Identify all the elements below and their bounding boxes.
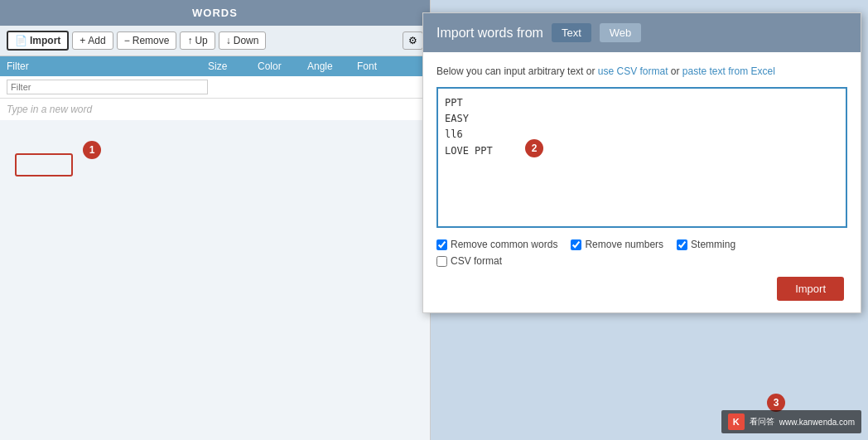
paste-excel-link[interactable]: paste text from Excel bbox=[682, 65, 775, 77]
add-button[interactable]: + Add bbox=[72, 31, 113, 50]
words-table-header: WORDS bbox=[0, 0, 430, 26]
step-badge-1: 1 bbox=[83, 141, 101, 159]
settings-button[interactable]: ⚙ bbox=[403, 31, 423, 50]
gear-icon: ⚙ bbox=[408, 35, 417, 46]
step-badge-3: 3 bbox=[767, 394, 785, 412]
watermark: K 看问答 www.kanwenda.com bbox=[721, 410, 861, 433]
remove-numbers-checkbox[interactable] bbox=[571, 239, 581, 250]
down-icon: ↓ bbox=[226, 35, 231, 46]
up-button[interactable]: ↑ Up bbox=[180, 31, 215, 50]
modal-header: Import words from Text Web bbox=[423, 13, 861, 52]
watermark-url: www.kanwenda.com bbox=[779, 418, 855, 427]
modal-body: Below you can input arbitrary text or us… bbox=[423, 52, 861, 312]
modal-import-button[interactable]: Import bbox=[777, 277, 844, 301]
textarea-container bbox=[436, 87, 847, 230]
filter-input[interactable] bbox=[7, 80, 208, 94]
checkboxes-row-1: Remove common words Remove numbers Stemm… bbox=[436, 239, 847, 250]
modal-title: Import words from bbox=[436, 26, 543, 41]
toolbar: 📄 Import + Add − Remove ↑ Up ↓ Down ⚙ bbox=[0, 26, 430, 56]
checkbox-stemming[interactable]: Stemming bbox=[677, 239, 735, 250]
filter-row bbox=[0, 76, 430, 99]
left-panel: WORDS 📄 Import + Add − Remove ↑ Up ↓ Dow… bbox=[0, 0, 431, 440]
table-column-headers: Filter Size Color Angle Font bbox=[0, 56, 430, 76]
remove-common-checkbox[interactable] bbox=[436, 239, 447, 250]
import-button[interactable]: 📄 Import bbox=[7, 31, 69, 51]
checkbox-csv-format[interactable]: CSV format bbox=[436, 255, 502, 267]
up-icon: ↑ bbox=[187, 35, 192, 46]
words-textarea[interactable] bbox=[436, 87, 847, 228]
tab-text-button[interactable]: Text bbox=[552, 23, 591, 42]
stemming-checkbox[interactable] bbox=[677, 239, 687, 250]
import-modal: Import words from Text Web Below you can… bbox=[422, 12, 861, 313]
checkbox-remove-common[interactable]: Remove common words bbox=[436, 239, 557, 250]
bottom-row: Import bbox=[436, 277, 847, 301]
checkbox-remove-numbers[interactable]: Remove numbers bbox=[571, 239, 663, 250]
import-icon: 📄 bbox=[15, 35, 27, 46]
csv-format-checkbox[interactable] bbox=[436, 256, 447, 267]
csv-format-link[interactable]: use CSV format bbox=[598, 65, 671, 77]
plus-icon: + bbox=[80, 35, 85, 46]
watermark-logo: K bbox=[728, 413, 745, 430]
checkboxes-row-2: CSV format bbox=[436, 255, 847, 267]
tab-web-button[interactable]: Web bbox=[600, 23, 642, 42]
description-text: Below you can input arbitrary text or us… bbox=[436, 64, 847, 79]
remove-button[interactable]: − Remove bbox=[117, 31, 177, 50]
step-badge-2: 2 bbox=[525, 139, 543, 157]
new-word-placeholder: Type in a new word bbox=[0, 99, 430, 120]
watermark-text: 看问答 bbox=[750, 416, 774, 428]
down-button[interactable]: ↓ Down bbox=[219, 31, 267, 50]
minus-icon: − bbox=[124, 35, 130, 46]
